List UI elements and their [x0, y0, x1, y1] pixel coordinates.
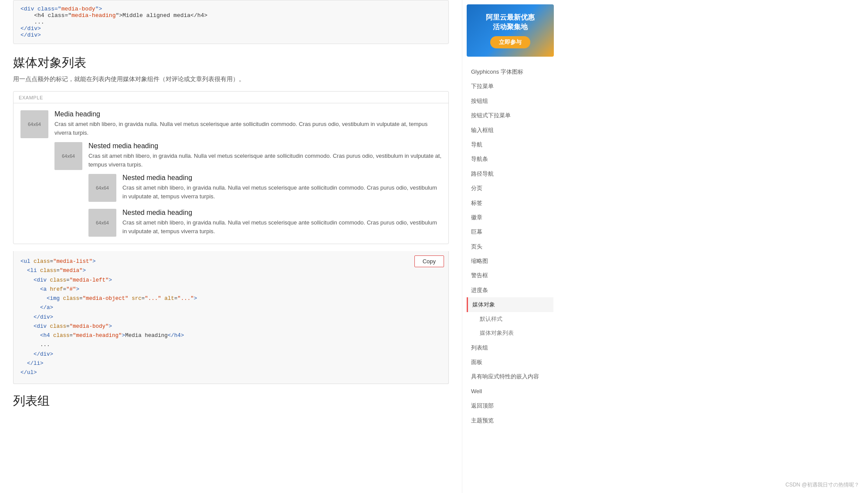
code-line: </div> [20, 350, 441, 359]
sidebar-nav: Glyphicons 字体图标 下拉菜单 按钮组 按钮式下拉菜单 输入框组 导航… [462, 65, 558, 428]
sidebar-nav-item-btndropdown[interactable]: 按钮式下拉菜单 [467, 108, 553, 122]
code-line: <h4 class="media-heading">Media heading<… [20, 331, 441, 340]
sidebar-nav-item-alerts[interactable]: 警告框 [467, 268, 553, 282]
code-line: ... [20, 340, 441, 350]
media-item-nested3: 64x64 Nested media heading Cras sit amet… [88, 209, 441, 237]
thumb-label: 64x64 [62, 153, 75, 159]
media-item-nested: 64x64 Nested media heading Cras sit amet… [54, 142, 441, 237]
code-line: <div class="media-left"> [20, 276, 441, 285]
sidebar-nav-item-nav[interactable]: 导航 [467, 137, 553, 152]
sidebar-nav-item-dropdown[interactable]: 下拉菜单 [467, 79, 553, 93]
media-thumb: 64x64 [88, 174, 116, 202]
media-text: Cras sit amet nibh libero, in gravida nu… [122, 218, 441, 235]
sidebar-nav-item-pagination[interactable]: 分页 [467, 181, 553, 195]
sidebar-nav-item-jumbotron[interactable]: 巨幕 [467, 224, 553, 239]
sidebar-nav-item-media-default[interactable]: 默认样式 [475, 312, 553, 326]
code-line: <a href="#"> [20, 285, 441, 294]
media-body: Nested media heading Cras sit amet nibh … [122, 174, 441, 201]
sidebar-nav-item-badges[interactable]: 徽章 [467, 210, 553, 224]
code-line: </div> [20, 25, 441, 32]
main-content: <div class="media-body"> <h4 class="medi… [0, 0, 462, 493]
thumb-label: 64x64 [96, 185, 109, 190]
sidebar-nav-item-progressbar[interactable]: 进度条 [467, 283, 553, 297]
section-desc: 用一点点额外的标记，就能在列表内使用媒体对象组件（对评论或文章列表很有用）。 [13, 75, 449, 83]
media-body: Nested media heading Cras sit amet nibh … [88, 142, 441, 237]
code-block: Copy <ul class="media-list"> <li class="… [13, 251, 449, 384]
code-line: </div> [20, 313, 441, 322]
code-line: </div> [20, 32, 441, 38]
sidebar: 阿里云最新优惠活动聚集地 立即参与 Glyphicons 字体图标 下拉菜单 按… [462, 0, 558, 493]
example-box: EXAMPLE 64x64 Media heading Cras sit ame… [13, 91, 449, 244]
media-heading: Nested media heading [122, 209, 441, 217]
example-content: 64x64 Media heading Cras sit amet nibh l… [14, 103, 448, 244]
sidebar-nav-item-inputgroup[interactable]: 输入框组 [467, 123, 553, 137]
sidebar-nav-item-glyphicons[interactable]: Glyphicons 字体图标 [467, 65, 553, 79]
sidebar-nav-item-navbar[interactable]: 导航条 [467, 152, 553, 166]
media-text: Cras sit amet nibh libero, in gravida nu… [88, 152, 441, 169]
media-thumb: 64x64 [88, 209, 116, 237]
top-code-block: <div class="media-body"> <h4 class="medi… [13, 0, 449, 44]
media-text: Cras sit amet nibh libero, in gravida nu… [54, 120, 441, 137]
sidebar-nav-sub: 默认样式 媒体对象列表 [467, 312, 553, 340]
sidebar-ad-button[interactable]: 立即参与 [490, 36, 530, 48]
sidebar-ad: 阿里云最新优惠活动聚集地 立即参与 [467, 4, 554, 57]
sidebar-nav-item-media[interactable]: 媒体对象 [467, 297, 553, 312]
sidebar-nav-item-theme-preview[interactable]: 主题预览 [467, 413, 553, 428]
code-line: </ul> [20, 368, 441, 377]
media-heading: Nested media heading [122, 174, 441, 182]
example-label: EXAMPLE [14, 92, 448, 103]
media-heading: Media heading [54, 110, 441, 118]
media-item: 64x64 Media heading Cras sit amet nibh l… [20, 110, 441, 237]
thumb-label: 64x64 [28, 122, 41, 127]
code-line: </a> [20, 303, 441, 313]
code-line: <li class="media"> [20, 266, 441, 275]
media-heading: Nested media heading [88, 142, 441, 150]
sidebar-nav-item-pageheader[interactable]: 页头 [467, 239, 553, 254]
code-line: ... [20, 19, 441, 25]
thumb-label: 64x64 [96, 220, 109, 225]
sidebar-ad-title: 阿里云最新优惠活动聚集地 [486, 13, 535, 32]
sidebar-nav-item-thumbnails[interactable]: 缩略图 [467, 254, 553, 268]
sidebar-nav-item-backtotop[interactable]: 返回顶部 [467, 398, 553, 413]
code-line: <img class="media-object" src="..." alt=… [20, 294, 441, 303]
media-body: Media heading Cras sit amet nibh libero,… [54, 110, 441, 237]
code-line: <div class="media-body"> [20, 322, 441, 331]
code-line: <ul class="media-list"> [20, 257, 441, 266]
copy-button[interactable]: Copy [414, 255, 444, 267]
code-line: <h4 class="media-heading">Middle aligned… [20, 12, 441, 19]
media-text: Cras sit amet nibh libero, in gravida nu… [122, 184, 441, 201]
sidebar-nav-item-breadcrumb[interactable]: 路径导航 [467, 167, 553, 181]
code-line: <div class="media-body"> [20, 6, 441, 12]
media-item-nested2: 64x64 Nested media heading Cras sit amet… [88, 174, 441, 202]
sidebar-nav-item-media-list[interactable]: 媒体对象列表 [475, 326, 553, 340]
section-title: 媒体对象列表 [13, 54, 449, 71]
sidebar-nav-item-responsive-embed[interactable]: 具有响应式特性的嵌入内容 [467, 369, 553, 384]
media-thumb: 64x64 [54, 142, 82, 170]
code-line: </li> [20, 359, 441, 368]
sidebar-nav-item-labels[interactable]: 标签 [467, 196, 553, 210]
sidebar-nav-item-well[interactable]: Well [467, 384, 553, 398]
sidebar-nav-item-btngroup[interactable]: 按钮组 [467, 94, 553, 108]
next-section-title: 列表组 [13, 393, 449, 409]
footer-text: CSDN @初遇我日寸の热情呢？ [785, 481, 859, 489]
media-thumb: 64x64 [20, 110, 48, 138]
media-body: Nested media heading Cras sit amet nibh … [122, 209, 441, 235]
sidebar-nav-item-listgroup[interactable]: 列表组 [467, 340, 553, 355]
sidebar-nav-item-panels[interactable]: 面板 [467, 355, 553, 369]
